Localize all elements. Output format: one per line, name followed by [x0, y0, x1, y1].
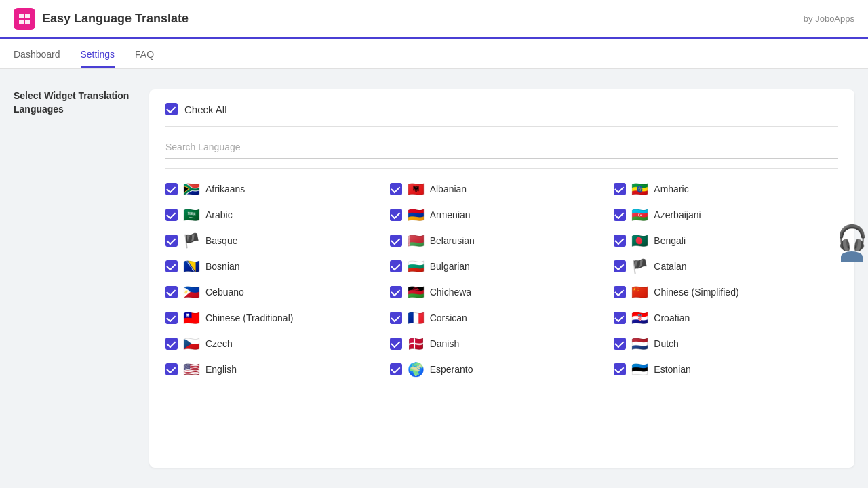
lang-label: Bosnian: [205, 261, 240, 272]
flag-icon: 🇫🇷: [408, 311, 425, 325]
flag-icon: 🇧🇬: [408, 260, 425, 273]
flag-icon: 🇲🇼: [408, 285, 425, 299]
lang-label: Bengali: [654, 235, 686, 246]
lang-item: 🇭🇷Croatian: [614, 308, 838, 327]
lang-checkbox-albanian[interactable]: [390, 183, 402, 195]
widget-panel: Check All 🇿🇦Afrikaans🇦🇱Albanian🇪🇹Amharic…: [149, 89, 854, 468]
flag-icon: 🏴: [631, 260, 648, 273]
nav-faq[interactable]: FAQ: [135, 49, 154, 68]
flag-icon: 🇵🇭: [183, 285, 200, 299]
lang-item: 🇺🇸English: [165, 360, 390, 379]
lang-checkbox-afrikaans[interactable]: [165, 183, 178, 195]
lang-item: 🇧🇾Belarusian: [390, 231, 614, 250]
lang-checkbox-chinese-(simplified)[interactable]: [614, 286, 626, 298]
lang-label: Chichewa: [430, 287, 471, 298]
lang-checkbox-corsican[interactable]: [390, 312, 402, 324]
lang-label: Esperanto: [430, 364, 473, 375]
svg-rect-3: [25, 20, 30, 24]
flag-icon: 🌍: [408, 363, 425, 376]
lang-item: 🇹🇼Chinese (Traditional): [165, 308, 390, 327]
lang-checkbox-chinese-(traditional)[interactable]: [165, 312, 178, 324]
check-all-label: Check All: [184, 104, 227, 115]
lang-item: 🇲🇼Chichewa: [390, 283, 614, 302]
flag-icon: 🏴: [183, 234, 200, 247]
flag-icon: 🇩🇰: [408, 337, 425, 350]
check-all-row: Check All: [165, 103, 838, 115]
search-input[interactable]: [165, 136, 838, 159]
sidebar-label: Select Widget Translation Languages: [14, 89, 136, 468]
lang-checkbox-belarusian[interactable]: [390, 235, 402, 247]
lang-item: 🇸🇦Arabic: [165, 205, 390, 224]
lang-label: Amharic: [654, 184, 688, 195]
flag-icon: 🇺🇸: [183, 363, 200, 376]
lang-item: 🇪🇪Estonian: [614, 360, 838, 379]
flag-icon: 🇦🇱: [408, 182, 425, 196]
nav-settings[interactable]: Settings: [81, 49, 115, 68]
header: Easy Language Translate by JoboApps: [0, 0, 868, 39]
flag-icon: 🇸🇦: [183, 208, 200, 222]
support-widget[interactable]: 🎧: [835, 225, 868, 263]
lang-checkbox-esperanto[interactable]: [390, 363, 402, 375]
lang-label: Azerbaijani: [654, 209, 701, 220]
flag-icon: 🇳🇱: [631, 337, 648, 350]
divider-1: [165, 126, 838, 127]
lang-label: Estonian: [654, 364, 690, 375]
lang-checkbox-dutch[interactable]: [614, 338, 626, 350]
lang-checkbox-basque[interactable]: [165, 235, 178, 247]
lang-label: Croatian: [654, 312, 690, 323]
lang-checkbox-cebuano[interactable]: [165, 286, 178, 298]
lang-label: Arabic: [205, 209, 233, 220]
lang-label: Basque: [205, 235, 237, 246]
flag-icon: 🇹🇼: [183, 311, 200, 325]
lang-checkbox-amharic[interactable]: [614, 183, 626, 195]
lang-checkbox-danish[interactable]: [390, 338, 402, 350]
nav: Dashboard Settings FAQ: [0, 39, 868, 69]
flag-icon: 🇦🇲: [408, 208, 425, 222]
lang-label: Chinese (Simplified): [654, 287, 738, 298]
lang-label: Danish: [430, 338, 460, 349]
lang-item: 🇧🇩Bengali: [614, 231, 838, 250]
flag-icon: 🇦🇿: [631, 208, 648, 222]
nav-dashboard[interactable]: Dashboard: [14, 49, 60, 68]
svg-rect-0: [19, 14, 24, 18]
lang-checkbox-arabic[interactable]: [165, 209, 178, 221]
lang-item: 🇪🇹Amharic: [614, 180, 838, 199]
flag-icon: 🇧🇦: [183, 260, 200, 273]
lang-item: 🏴Catalan: [614, 257, 838, 276]
lang-checkbox-bosnian[interactable]: [165, 260, 178, 272]
app-title: Easy Language Translate: [42, 12, 189, 26]
lang-item: 🇳🇱Dutch: [614, 334, 838, 353]
lang-label: Cebuano: [205, 287, 244, 298]
lang-checkbox-bengali[interactable]: [614, 235, 626, 247]
flag-icon: 🇪🇪: [631, 363, 648, 376]
lang-label: English: [205, 364, 237, 375]
lang-label: Armenian: [430, 209, 471, 220]
lang-checkbox-azerbaijani[interactable]: [614, 209, 626, 221]
lang-checkbox-estonian[interactable]: [614, 363, 626, 375]
lang-checkbox-catalan[interactable]: [614, 260, 626, 272]
svg-rect-2: [19, 20, 24, 24]
flag-icon: 🇪🇹: [631, 182, 648, 196]
lang-item: 🇦🇲Armenian: [390, 205, 614, 224]
lang-checkbox-bulgarian[interactable]: [390, 260, 402, 272]
lang-checkbox-czech[interactable]: [165, 338, 178, 350]
lang-item: 🇧🇦Bosnian: [165, 257, 390, 276]
lang-label: Afrikaans: [205, 184, 245, 195]
lang-checkbox-english[interactable]: [165, 363, 178, 375]
logo-icon: [14, 8, 35, 30]
check-all-checkbox[interactable]: [165, 103, 178, 115]
flag-icon: 🇭🇷: [631, 311, 648, 325]
flag-icon: 🇧🇩: [631, 234, 648, 247]
lang-item: 🇨🇿Czech: [165, 334, 390, 353]
lang-checkbox-croatian[interactable]: [614, 312, 626, 324]
lang-label: Chinese (Traditional): [205, 312, 293, 323]
lang-item: 🇩🇰Danish: [390, 334, 614, 353]
lang-label: Albanian: [430, 184, 467, 195]
lang-checkbox-armenian[interactable]: [390, 209, 402, 221]
lang-label: Bulgarian: [430, 261, 470, 272]
lang-checkbox-chichewa[interactable]: [390, 286, 402, 298]
lang-label: Belarusian: [430, 235, 475, 246]
flag-icon: 🇧🇾: [408, 234, 425, 247]
divider-2: [165, 168, 838, 169]
flag-icon: 🇨🇳: [631, 285, 648, 299]
